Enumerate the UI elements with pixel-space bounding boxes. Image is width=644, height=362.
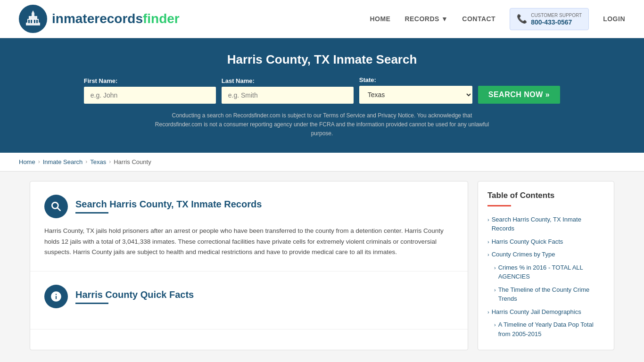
login-button[interactable]: LOGIN: [603, 15, 625, 23]
toc-list-item: ›A Timeline of Yearly Data Pop Total fro…: [487, 318, 604, 340]
toc-card: Table of Contents ›Search Harris County,…: [478, 181, 614, 351]
phone-icon: 📞: [517, 14, 527, 24]
logo-icon: [19, 5, 47, 33]
svg-marker-4: [32, 10, 34, 13]
search-section-icon: [44, 195, 68, 218]
first-name-label: First Name:: [84, 77, 118, 84]
nav-records[interactable]: RECORDS ▼: [405, 15, 448, 23]
main-content: Search Harris County, TX Inmate Records …: [20, 181, 624, 351]
chevron-right-icon: ›: [487, 308, 489, 316]
chevron-right-icon: ›: [494, 321, 496, 329]
article-section-inmate-records: Search Harris County, TX Inmate Records …: [30, 181, 468, 272]
toc-link[interactable]: ›Crimes % in 2016 - TOTAL ALL AGENCIES: [494, 263, 604, 281]
svg-rect-7: [34, 20, 35, 23]
toc-list-item: ›Search Harris County, TX Inmate Records: [487, 213, 604, 235]
toc-link[interactable]: ›Harris County Jail Demographics: [487, 307, 604, 317]
toc-list: ›Search Harris County, TX Inmate Records…: [487, 213, 604, 341]
disclaimer-text: Conducting a search on Recordsfinder.com…: [152, 111, 492, 139]
main-nav: HOME RECORDS ▼ CONTACT 📞 CUSTOMER SUPPOR…: [370, 8, 625, 30]
customer-support-box: 📞 CUSTOMER SUPPORT 800-433-0567: [510, 8, 589, 30]
svg-rect-2: [29, 16, 37, 19]
chevron-right-icon: ›: [494, 286, 496, 294]
article: Search Harris County, TX Inmate Records …: [30, 181, 468, 351]
logo-area: inmaterecordsfinder: [19, 5, 180, 33]
toc-list-item: ›County Crimes by Type: [487, 248, 604, 261]
last-name-label: Last Name:: [222, 77, 255, 84]
toc-link-text: A Timeline of Yearly Data Pop Total from…: [498, 320, 604, 338]
toc-title: Table of Contents: [487, 191, 604, 200]
site-header: inmaterecordsfinder HOME RECORDS ▼ CONTA…: [0, 0, 644, 38]
chevron-right-icon: ›: [487, 216, 489, 224]
toc-list-item: ›Harris County Quick Facts: [487, 235, 604, 248]
section-header-facts: Harris County Quick Facts: [44, 285, 454, 308]
state-label: State:: [359, 76, 376, 83]
toc-list-item: ›The Timeline of the County Crime Trends: [487, 283, 604, 305]
hero-section: Harris County, TX Inmate Search First Na…: [0, 38, 644, 153]
toc-list-item: ›Harris County Jail Demographics: [487, 305, 604, 319]
toc-link[interactable]: ›A Timeline of Yearly Data Pop Total fro…: [494, 320, 604, 338]
svg-rect-6: [31, 20, 32, 23]
toc-link-text: Crimes % in 2016 - TOTAL ALL AGENCIES: [498, 263, 604, 281]
toc-link[interactable]: ›Harris County Quick Facts: [487, 237, 604, 247]
toc-list-item: ›Crimes % in 2016 - TOTAL ALL AGENCIES: [487, 261, 604, 283]
svg-rect-5: [28, 20, 30, 23]
info-section-icon: [44, 285, 68, 308]
state-select[interactable]: AlabamaAlaskaArizonaArkansasCaliforniaCo…: [359, 86, 472, 104]
toc-link-text: Harris County Quick Facts: [492, 237, 563, 247]
state-group: State: AlabamaAlaskaArizonaArkansasCalif…: [359, 76, 472, 104]
svg-line-10: [58, 207, 60, 210]
section-header-inmate: Search Harris County, TX Inmate Records: [44, 195, 454, 218]
toc-link-text: Harris County Jail Demographics: [492, 307, 581, 317]
toc-link[interactable]: ›Search Harris County, TX Inmate Records: [487, 215, 604, 233]
search-button[interactable]: SEARCH NOW »: [478, 86, 560, 104]
breadcrumb-current: Harris County: [114, 158, 151, 165]
breadcrumb-sep-3: ›: [109, 158, 111, 165]
breadcrumb-texas[interactable]: Texas: [90, 158, 106, 165]
breadcrumb-home[interactable]: Home: [19, 158, 35, 165]
logo-text: inmaterecordsfinder: [52, 11, 180, 26]
svg-rect-3: [32, 13, 34, 16]
first-name-group: First Name:: [84, 77, 216, 104]
chevron-right-icon: ›: [487, 251, 489, 259]
svg-rect-8: [36, 20, 38, 23]
breadcrumb-sep-1: ›: [38, 158, 40, 165]
last-name-input[interactable]: [222, 87, 354, 104]
breadcrumb-sep-2: ›: [85, 158, 87, 165]
toc-link-text: Search Harris County, TX Inmate Records: [492, 215, 604, 233]
title-underline: [75, 212, 108, 214]
search-form: First Name: Last Name: State: AlabamaAla…: [19, 76, 625, 104]
toc-divider: [487, 205, 511, 206]
toc-link[interactable]: ›The Timeline of the County Crime Trends: [494, 285, 604, 304]
section-title-inmate: Search Harris County, TX Inmate Records: [75, 199, 262, 214]
chevron-right-icon: ›: [487, 238, 489, 246]
breadcrumb: Home › Inmate Search › Texas › Harris Co…: [0, 153, 644, 172]
table-of-contents: Table of Contents ›Search Harris County,…: [478, 181, 614, 351]
toc-link-text: The Timeline of the County Crime Trends: [498, 285, 604, 304]
last-name-group: Last Name:: [222, 77, 354, 104]
chevron-down-icon: ▼: [441, 15, 448, 23]
support-info: CUSTOMER SUPPORT 800-433-0567: [531, 12, 582, 26]
chevron-right-icon: ›: [494, 264, 496, 272]
article-section-quick-facts: Harris County Quick Facts: [30, 272, 468, 329]
section-title-facts: Harris County Quick Facts: [75, 289, 194, 304]
section-body-inmate: Harris County, TX jails hold prisoners a…: [44, 226, 454, 258]
first-name-input[interactable]: [84, 87, 216, 104]
toc-link-text: County Crimes by Type: [492, 250, 555, 259]
toc-link[interactable]: ›County Crimes by Type: [487, 250, 604, 259]
hero-title: Harris County, TX Inmate Search: [19, 52, 625, 67]
title-underline-2: [75, 303, 108, 304]
breadcrumb-inmate-search[interactable]: Inmate Search: [43, 158, 83, 165]
nav-home[interactable]: HOME: [370, 15, 390, 23]
nav-contact[interactable]: CONTACT: [462, 15, 495, 23]
